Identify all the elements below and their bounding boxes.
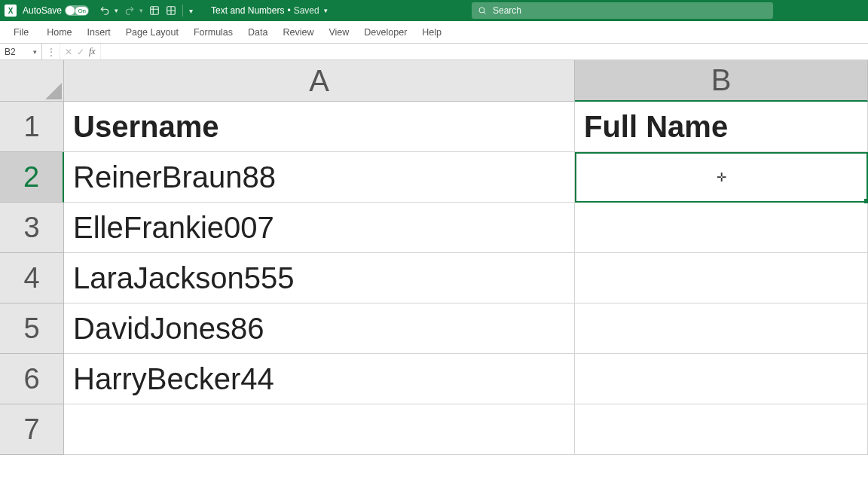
bullet: •: [287, 5, 290, 16]
cell-cursor-icon: ✛: [717, 170, 726, 185]
formula-bar-controls: ✕ ✓ fx: [60, 44, 101, 59]
toggle-knob: [66, 6, 75, 15]
cell-b2[interactable]: ✛: [575, 152, 868, 203]
cell-a2[interactable]: ReinerBraun88: [64, 152, 575, 203]
tab-insert[interactable]: Insert: [80, 21, 118, 43]
tab-view[interactable]: View: [321, 21, 356, 43]
column-header-b[interactable]: B: [575, 60, 868, 102]
filename-area[interactable]: Text and Numbers • Saved ▾: [211, 5, 328, 16]
row-7: 7: [0, 404, 868, 455]
row-6: 6 HarryBecker44: [0, 354, 868, 404]
row-header-3[interactable]: 3: [0, 203, 64, 253]
column-headers: A B: [0, 60, 868, 102]
tab-page-layout[interactable]: Page Layout: [118, 21, 186, 43]
cancel-icon[interactable]: ✕: [65, 47, 72, 57]
cell-a1[interactable]: Username: [64, 102, 575, 152]
formula-bar-row: B2 ▾ ⋮ ✕ ✓ fx: [0, 44, 868, 60]
formula-bar-separator: ⋮: [42, 44, 60, 59]
spreadsheet-grid: A B 1 Username Full Name 2 ReinerBraun88…: [0, 60, 868, 455]
qat-customize[interactable]: ▾: [189, 7, 193, 15]
fx-icon[interactable]: fx: [89, 46, 96, 57]
formula-input[interactable]: [101, 44, 868, 59]
cell-b5[interactable]: [575, 303, 868, 354]
ribbon-tabs: File Home Insert Page Layout Formulas Da…: [0, 21, 868, 44]
redo-dropdown[interactable]: ▾: [139, 7, 143, 14]
row-header-2[interactable]: 2: [0, 152, 64, 203]
cell-b3[interactable]: [575, 203, 868, 253]
titlebar: X AutoSave On ▾ ▾ ▾ Text and Numbers • S…: [0, 0, 868, 21]
row-2: 2 ReinerBraun88 ✛: [0, 152, 868, 203]
cell-a5[interactable]: DavidJones86: [64, 303, 575, 354]
cell-b1[interactable]: Full Name: [575, 102, 868, 152]
row-1: 1 Username Full Name: [0, 102, 868, 152]
enter-icon[interactable]: ✓: [77, 47, 84, 57]
qat-button-1[interactable]: [149, 5, 160, 16]
tab-formulas[interactable]: Formulas: [186, 21, 240, 43]
save-status: Saved: [294, 5, 319, 16]
cell-a6[interactable]: HarryBecker44: [64, 354, 575, 404]
name-box-dropdown-icon: ▾: [33, 48, 37, 56]
undo-dropdown[interactable]: ▾: [115, 7, 118, 14]
cell-b6[interactable]: [575, 354, 868, 404]
row-3: 3 ElleFrankie007: [0, 203, 868, 253]
tab-help[interactable]: Help: [414, 21, 449, 43]
row-header-1[interactable]: 1: [0, 102, 64, 152]
name-box[interactable]: B2 ▾: [0, 44, 42, 59]
row-header-5[interactable]: 5: [0, 303, 64, 354]
svg-point-2: [479, 8, 484, 13]
row-header-7[interactable]: 7: [0, 404, 64, 455]
qat-button-2[interactable]: [166, 5, 176, 16]
search-box[interactable]: Search: [472, 2, 773, 19]
filename: Text and Numbers: [211, 5, 284, 16]
cell-b7[interactable]: [575, 404, 868, 455]
filename-dropdown-icon: ▾: [324, 7, 328, 14]
tab-review[interactable]: Review: [275, 21, 321, 43]
qat-separator: [182, 5, 183, 17]
search-placeholder: Search: [493, 5, 521, 16]
autosave-label: AutoSave: [23, 5, 62, 16]
tab-home[interactable]: Home: [39, 21, 79, 43]
svg-rect-0: [151, 7, 159, 15]
excel-app-icon[interactable]: X: [5, 5, 17, 17]
tab-developer[interactable]: Developer: [356, 21, 414, 43]
search-icon: [478, 6, 487, 15]
row-header-6[interactable]: 6: [0, 354, 64, 404]
cell-a7[interactable]: [64, 404, 575, 455]
cell-a4[interactable]: LaraJackson555: [64, 253, 575, 303]
select-all-triangle[interactable]: [0, 60, 64, 102]
row-header-4[interactable]: 4: [0, 253, 64, 303]
autosave-toggle[interactable]: On: [65, 5, 89, 16]
cell-a3[interactable]: ElleFrankie007: [64, 203, 575, 253]
cell-b4[interactable]: [575, 253, 868, 303]
name-box-value: B2: [5, 47, 16, 57]
row-4: 4 LaraJackson555: [0, 253, 868, 303]
tab-file[interactable]: File: [6, 21, 36, 43]
tab-data[interactable]: Data: [240, 21, 275, 43]
column-header-a[interactable]: A: [64, 60, 575, 102]
undo-button[interactable]: [99, 5, 110, 16]
row-5: 5 DavidJones86: [0, 303, 868, 354]
redo-button[interactable]: [124, 5, 135, 16]
